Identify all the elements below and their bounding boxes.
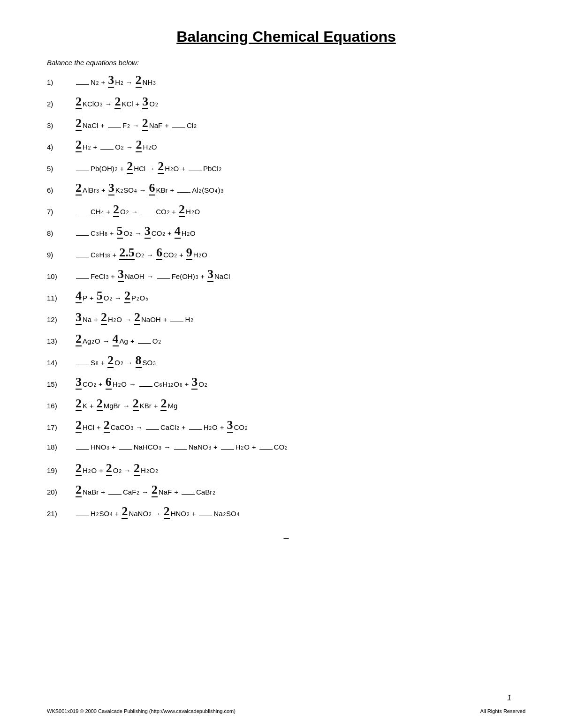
equation-16: 16) 2 K + 2 MgBr → 2 KBr + 2 Mg — [47, 398, 525, 415]
eq-num-8: 8) — [47, 229, 75, 237]
hw-1b: 3 — [108, 74, 114, 88]
eq-content-6: 2 AlBr3 + 3 K2SO4 → 6 KBr + Al2(SO4)3 — [75, 183, 223, 196]
hw-11c: 2 — [124, 290, 130, 303]
equation-11: 11) 4 P + 5 O2 → 2 P2O5 — [47, 291, 525, 308]
hw-16c: 2 — [133, 398, 139, 411]
equation-14: 14) S8 + 2 O2 → 8 SO3 — [47, 355, 525, 372]
blank-7c — [141, 208, 154, 214]
blank-6d — [177, 186, 190, 193]
eq-content-2: 2 KClO3 → 2 KCl + 3 O2 — [75, 97, 158, 110]
eq-content-19: 2 H2O + 2 O2 → 2 H2O2 — [75, 463, 158, 477]
eq-content-21: H2SO4 + 2 NaNO2 → 2 HNO2 + Na2SO4 — [75, 506, 239, 520]
hw-2c: 3 — [142, 96, 148, 109]
equation-20: 20) 2 NaBr + CaF2 → 2 NaF + CaBr2 — [47, 485, 525, 502]
hw-3a: 2 — [76, 117, 82, 131]
eq-content-3: 2 NaCl + F2 → 2 NaF + Cl2 — [75, 118, 197, 132]
eq-content-5: Pb(OH)2 + 2 HCl → 2 H2O + PbCl2 — [75, 161, 221, 175]
page-dash: – — [47, 533, 525, 543]
eq-content-7: CH4 + 2 O2 → CO2 + 2 H2O — [75, 204, 200, 218]
equation-12: 12) 3 Na + 2 H2O → 2 NaOH + H2 — [47, 312, 525, 329]
hw-16b: 2 — [97, 398, 103, 411]
instructions: Balance the equations below: — [47, 59, 525, 67]
hw-4a: 2 — [76, 139, 82, 152]
eq-content-14: S8 + 2 O2 → 8 SO3 — [75, 355, 156, 369]
eq-content-17: 2 HCl + 2 CaCO3 → CaCl2 + H2O + 3 CO2 — [75, 420, 248, 434]
hw-6b: 3 — [108, 182, 114, 195]
blank-13c — [138, 337, 151, 344]
equation-2: 2) 2 KClO3 → 2 KCl + 3 O2 — [47, 97, 525, 113]
equation-18: 18) HNO3 + NaHCO3 → NaNO3 + H2O + CO2 — [47, 442, 525, 458]
eq-num-1: 1) — [47, 78, 75, 86]
hw-10d: 3 — [207, 268, 213, 282]
eq-num-15: 15) — [47, 380, 75, 388]
blank-8a — [76, 229, 89, 236]
eq-num-21: 21) — [47, 510, 75, 518]
hw-8c: 3 — [145, 225, 151, 239]
eq-num-18: 18) — [47, 443, 75, 451]
blank-10a — [76, 272, 89, 279]
blank-3d — [172, 121, 185, 128]
blank-7a — [76, 208, 89, 214]
blank-9a — [76, 251, 89, 257]
blank-18b — [119, 443, 132, 450]
equation-6: 6) 2 AlBr3 + 3 K2SO4 → 6 KBr + Al2(SO4)3 — [47, 183, 525, 200]
eq-num-11: 11) — [47, 294, 75, 302]
hw-19a: 2 — [76, 462, 82, 476]
hw-6a: 2 — [76, 182, 82, 195]
blank-17d — [189, 423, 202, 430]
blank-14a — [76, 359, 89, 365]
eq-num-13: 13) — [47, 337, 75, 345]
equation-5: 5) Pb(OH)2 + 2 HCl → 2 H2O + PbCl2 — [47, 161, 525, 178]
equation-17: 17) 2 HCl + 2 CaCO3 → CaCl2 + H2O + 3 CO… — [47, 420, 525, 437]
page-title: Balancing Chemical Equations — [47, 28, 525, 45]
equation-10: 10) FeCl3 + 3 NaOH → Fe(OH)3 + 3 NaCl — [47, 269, 525, 286]
hw-11a: 4 — [76, 290, 82, 303]
hw-15a: 3 — [76, 376, 82, 390]
equation-9: 9) C8H18 + 2.5 O2 → 6 CO2 + 9 H2O — [47, 248, 525, 264]
eq-content-12: 3 Na + 2 H2O → 2 NaOH + H2 — [75, 312, 193, 326]
hw-2b: 2 — [114, 96, 121, 109]
hw-21c: 2 — [164, 505, 170, 519]
equation-7: 7) CH4 + 2 O2 → CO2 + 2 H2O — [47, 204, 525, 221]
equation-13: 13) 2 Ag2O → 4 Ag + O2 — [47, 334, 525, 351]
footer: WKS001x019 © 2000 Cavalcade Publishing (… — [47, 708, 525, 714]
footer-left: WKS001x019 © 2000 Cavalcade Publishing (… — [47, 708, 236, 714]
blank-4b — [100, 143, 114, 150]
hw-16a: 2 — [76, 398, 82, 411]
eq-num-17: 17) — [47, 423, 75, 431]
hw-14b: 2 — [107, 354, 114, 368]
eq-content-20: 2 NaBr + CaF2 → 2 NaF + CaBr2 — [75, 485, 215, 498]
eq-num-19: 19) — [47, 466, 75, 474]
eq-num-10: 10) — [47, 272, 75, 280]
eq-content-4: 2 H2 + O2 → 2 H2O — [75, 140, 157, 153]
eq-content-9: C8H18 + 2.5 O2 → 6 CO2 + 9 H2O — [75, 248, 207, 261]
eq-content-18: HNO3 + NaHCO3 → NaNO3 + H2O + CO2 — [75, 442, 288, 453]
eq-num-9: 9) — [47, 251, 75, 259]
hw-19b: 2 — [106, 462, 112, 476]
hw-10b: 3 — [118, 268, 124, 282]
equation-4: 4) 2 H2 + O2 → 2 H2O — [47, 140, 525, 157]
equation-3: 3) 2 NaCl + F2 → 2 NaF + Cl2 — [47, 118, 525, 135]
blank-12d — [170, 315, 183, 322]
blank-3b — [108, 121, 121, 128]
equation-15: 15) 3 CO2 + 6 H2O → C6H12O6 + 3 O2 — [47, 377, 525, 394]
hw-12c: 2 — [134, 311, 140, 325]
blank-1a — [76, 78, 89, 85]
blank-18d — [221, 443, 234, 450]
hw-7d: 2 — [179, 203, 185, 217]
hw-14c: 8 — [136, 354, 142, 368]
hw-17e: 3 — [227, 419, 233, 433]
blank-5a — [76, 165, 89, 171]
blank-5d — [189, 165, 202, 171]
hw-3c: 2 — [142, 117, 148, 131]
hw-11b: 5 — [97, 290, 103, 303]
hw-20a: 2 — [76, 484, 82, 497]
blank-18a — [76, 443, 89, 450]
blank-21a — [76, 510, 89, 516]
equation-21: 21) H2SO4 + 2 NaNO2 → 2 HNO2 + Na2SO4 — [47, 506, 525, 523]
hw-19c: 2 — [134, 462, 140, 476]
blank-18c — [174, 443, 187, 450]
blank-18e — [259, 443, 273, 450]
eq-content-16: 2 K + 2 MgBr → 2 KBr + 2 Mg — [75, 398, 177, 412]
equations-list: 1) N2 + 3 H2 → 2 NH3 2) 2 KClO3 → 2 KCl … — [47, 75, 525, 523]
